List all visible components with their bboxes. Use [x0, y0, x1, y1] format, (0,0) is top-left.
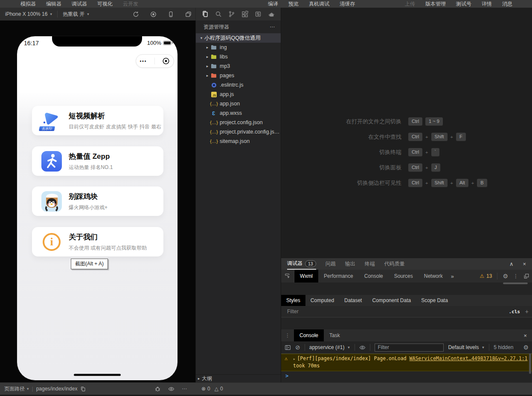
clear-console-icon[interactable]: ⊘ — [295, 344, 300, 351]
menu-debugger[interactable]: 调试器 — [72, 0, 87, 8]
tree-file-eslintrc[interactable]: .eslintrc.js — [196, 80, 281, 90]
copy-path-icon[interactable] — [80, 386, 86, 392]
tab-computed[interactable]: Computed — [305, 295, 339, 306]
bug-icon[interactable] — [154, 386, 161, 392]
tab-scope-data[interactable]: Scope Data — [416, 295, 453, 306]
close-console-icon[interactable]: × — [523, 329, 527, 341]
eye-icon[interactable] — [168, 386, 174, 392]
card-about-us[interactable]: i 关于我们 不会使用 或有问题可点我获取帮助 — [32, 227, 163, 256]
tab-console[interactable]: Console — [294, 329, 324, 341]
expand-caret-icon[interactable]: ▸ — [293, 357, 295, 361]
chevron-collapsed-icon[interactable]: ▸ — [204, 73, 210, 78]
kebab-menu-icon[interactable]: ⋮ — [513, 273, 518, 279]
log-levels-selector[interactable]: Default levels ▼ — [448, 344, 485, 350]
gear-icon[interactable]: ⚙ — [503, 273, 508, 280]
tab-problems[interactable]: 问题 — [326, 258, 336, 270]
console-kebab-icon[interactable]: ⋮ — [281, 329, 294, 341]
tab-styles[interactable]: Styles — [281, 295, 305, 306]
source-link[interactable]: WAServiceMainContext…44983718&v=2.27.1:1 — [410, 355, 528, 361]
tree-file-appjson[interactable]: {..} app.json — [196, 99, 281, 108]
console-warning-entry[interactable]: ⚠ ▸[Perf][pages/index/index] Page.onLoad… — [281, 354, 532, 371]
menu-test-account[interactable]: 测试号 — [456, 0, 471, 8]
page-path-selector[interactable]: 页面路径 ▾ — [4, 385, 29, 393]
chevron-collapsed-icon[interactable]: ▸ — [204, 64, 210, 68]
tree-folder-mp3[interactable]: ▸ mp3 — [196, 61, 281, 71]
refresh-icon[interactable] — [132, 10, 140, 18]
card-zepp[interactable]: 热量值 Zepp 运动热量 排名NO.1 — [32, 146, 163, 176]
tree-file-projectconfig[interactable]: {..} project.config.json — [196, 118, 281, 127]
add-style-icon[interactable]: + — [525, 308, 529, 315]
tab-component-data[interactable]: Component Data — [367, 295, 416, 306]
tree-file-appjs[interactable]: JS app.js — [196, 90, 281, 99]
console-settings-icon[interactable]: ⚙ — [523, 344, 529, 351]
tree-folder-ing[interactable]: ▸ ing — [196, 43, 281, 52]
devtab-performance[interactable]: Performance — [318, 270, 359, 282]
tree-file-appwxss[interactable]: 3 app.wxss — [196, 108, 281, 118]
device-frame-icon[interactable] — [167, 10, 174, 18]
record-icon[interactable] — [149, 10, 157, 18]
context-selector[interactable]: appservice (#1) ▼ — [309, 344, 351, 350]
card-chicken-game[interactable]: 别踩鸡块 爆火网络小游戏+ — [32, 186, 163, 216]
tab-debugger[interactable]: 调试器 13 — [287, 258, 316, 270]
console-sidebar-icon[interactable] — [285, 344, 291, 351]
menu-clear-cache[interactable]: 清缓存 — [340, 0, 355, 8]
tab-task[interactable]: Task — [324, 329, 346, 341]
tab-dataset[interactable]: Dataset — [339, 295, 367, 306]
devtab-network[interactable]: Network — [419, 270, 448, 282]
git-branch-icon[interactable] — [228, 10, 235, 18]
close-panel-icon[interactable]: × — [523, 261, 526, 267]
devtab-sources[interactable]: Sources — [389, 270, 419, 282]
capsule-more-icon[interactable]: ••• — [140, 59, 147, 64]
menu-editor[interactable]: 编辑器 — [46, 0, 61, 8]
console-filter-input[interactable] — [375, 344, 444, 352]
warnings-indicator[interactable]: ⚠ 13 — [480, 273, 492, 279]
tree-file-sitemap[interactable]: {..} sitemap.json — [196, 137, 281, 146]
tab-code-quality[interactable]: 代码质量 — [384, 258, 405, 270]
multi-window-icon[interactable] — [184, 10, 192, 18]
hidden-messages-count[interactable]: 5 hidden — [494, 344, 513, 350]
devtab-wxml[interactable]: Wxml — [294, 270, 318, 282]
cls-toggle-button[interactable]: .cls — [509, 309, 520, 314]
tree-folder-libs[interactable]: ▸ libs — [196, 52, 281, 61]
devtab-console[interactable]: Console — [359, 270, 389, 282]
tree-folder-pages[interactable]: ▸ pages — [196, 71, 281, 80]
element-picker-icon[interactable] — [281, 270, 294, 282]
panel-layout-icon[interactable] — [254, 10, 262, 18]
problems-indicator[interactable]: ⊗ 0 △ 0 — [201, 386, 223, 392]
device-selector[interactable]: iPhone X 100% 16 ▾ — [0, 11, 57, 17]
tree-file-projectprivateconfig[interactable]: {..} project.private.config.js… — [196, 127, 281, 137]
files-icon[interactable] — [201, 10, 209, 18]
menu-preview[interactable]: 预览 — [288, 0, 299, 8]
search-icon[interactable] — [215, 10, 222, 18]
undock-icon[interactable] — [523, 273, 529, 279]
hot-reload-toggle[interactable]: 热重载 开 ▾ — [58, 11, 94, 18]
tab-output[interactable]: 输出 — [345, 258, 355, 270]
menu-remote-debug[interactable]: 真机调试 — [309, 0, 329, 8]
collapse-panel-icon[interactable]: ∧ — [509, 261, 514, 267]
eye-icon[interactable] — [359, 344, 366, 351]
menu-simulator[interactable]: 模拟器 — [20, 0, 36, 8]
chevron-collapsed-icon[interactable]: ▸ — [196, 376, 202, 381]
card-video-parse[interactable]: 去水印 短视频解析 目前仅可皮皮虾 皮皮搞笑 快手 抖音 最右 — [32, 106, 163, 135]
menu-visualization[interactable]: 可视化 — [97, 0, 113, 8]
chevron-collapsed-icon[interactable]: ▸ — [204, 55, 210, 59]
explorer-more-icon[interactable]: ⋯ — [270, 24, 275, 30]
devtools-hscrollbar[interactable] — [281, 282, 532, 285]
console-prompt[interactable]: > — [281, 371, 532, 379]
more-actions-icon[interactable]: ⋯ — [182, 386, 187, 392]
mini-program-capsule[interactable]: ••• — [136, 54, 174, 68]
menu-version-control[interactable]: 版本管理 — [425, 0, 446, 8]
capsule-close-icon[interactable] — [162, 57, 170, 65]
extensions-icon[interactable] — [241, 10, 249, 18]
console-vscrollbar[interactable] — [529, 353, 531, 374]
tab-terminal[interactable]: 终端 — [365, 258, 375, 270]
tree-root-project[interactable]: ▾ 小程序源码QQ微信通用 — [196, 33, 281, 43]
menu-details[interactable]: 详情 — [482, 0, 492, 8]
outline-section[interactable]: ▸ 大纲 — [196, 374, 281, 382]
styles-filter-input[interactable] — [281, 308, 471, 315]
more-tabs-icon[interactable]: » — [448, 270, 456, 282]
chevron-collapsed-icon[interactable]: ▸ — [204, 45, 210, 50]
chevron-expanded-icon[interactable]: ▾ — [198, 36, 204, 40]
menu-messages[interactable]: 消息 — [502, 0, 512, 8]
teapot-icon[interactable] — [267, 10, 275, 18]
